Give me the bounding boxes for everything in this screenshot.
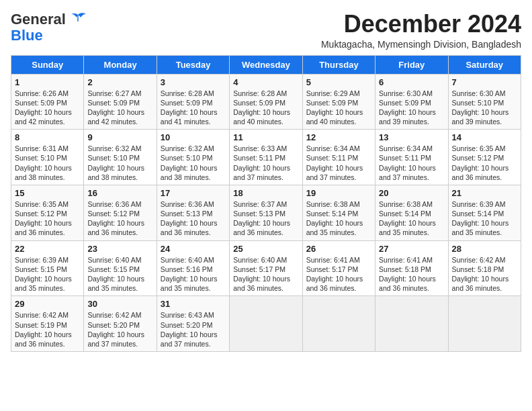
calendar-cell: 5 Sunrise: 6:29 AMSunset: 5:09 PMDayligh… (302, 74, 375, 130)
day-number: 28 (452, 244, 517, 254)
col-wednesday: Wednesday (230, 55, 302, 74)
day-detail: Sunrise: 6:28 AMSunset: 5:09 PMDaylight:… (161, 89, 226, 127)
calendar-cell: 4 Sunrise: 6:28 AMSunset: 5:09 PMDayligh… (230, 74, 302, 130)
calendar-cell: 26 Sunrise: 6:41 AMSunset: 5:17 PMDaylig… (302, 240, 375, 296)
day-detail: Sunrise: 6:30 AMSunset: 5:10 PMDaylight:… (452, 89, 517, 127)
day-number: 8 (15, 132, 80, 142)
calendar-cell: 2 Sunrise: 6:27 AMSunset: 5:09 PMDayligh… (84, 74, 157, 130)
day-number: 2 (87, 77, 152, 87)
day-number: 25 (233, 244, 298, 254)
calendar-cell: 18 Sunrise: 6:37 AMSunset: 5:13 PMDaylig… (230, 185, 302, 240)
logo-bird-icon (69, 12, 87, 27)
calendar-cell (375, 296, 448, 352)
calendar-cell: 30 Sunrise: 6:42 AMSunset: 5:20 PMDaylig… (84, 296, 157, 352)
day-number: 17 (161, 188, 226, 198)
day-number: 23 (87, 244, 152, 254)
day-detail: Sunrise: 6:27 AMSunset: 5:09 PMDaylight:… (87, 89, 152, 127)
day-number: 10 (161, 132, 226, 142)
logo-general-text: General (11, 11, 66, 28)
col-sunday: Sunday (11, 55, 84, 74)
day-detail: Sunrise: 6:36 AMSunset: 5:13 PMDaylight:… (161, 199, 226, 238)
day-detail: Sunrise: 6:34 AMSunset: 5:11 PMDaylight:… (306, 144, 371, 182)
calendar-cell: 21 Sunrise: 6:39 AMSunset: 5:14 PMDaylig… (448, 185, 521, 240)
day-detail: Sunrise: 6:42 AMSunset: 5:20 PMDaylight:… (87, 310, 152, 349)
calendar-week-row: 1 Sunrise: 6:26 AMSunset: 5:09 PMDayligh… (11, 74, 521, 130)
calendar-week-row: 8 Sunrise: 6:31 AMSunset: 5:10 PMDayligh… (11, 130, 521, 185)
day-number: 22 (15, 244, 80, 254)
day-detail: Sunrise: 6:41 AMSunset: 5:17 PMDaylight:… (306, 255, 371, 293)
calendar-cell: 24 Sunrise: 6:40 AMSunset: 5:16 PMDaylig… (157, 240, 229, 296)
day-number: 26 (306, 244, 371, 254)
day-detail: Sunrise: 6:29 AMSunset: 5:09 PMDaylight:… (306, 89, 371, 127)
calendar-cell: 8 Sunrise: 6:31 AMSunset: 5:10 PMDayligh… (11, 130, 84, 185)
day-detail: Sunrise: 6:35 AMSunset: 5:12 PMDaylight:… (452, 144, 517, 182)
day-detail: Sunrise: 6:32 AMSunset: 5:10 PMDaylight:… (161, 144, 226, 182)
day-number: 24 (161, 244, 226, 254)
day-number: 15 (15, 188, 80, 198)
col-tuesday: Tuesday (157, 55, 229, 74)
day-number: 14 (452, 132, 517, 142)
day-detail: Sunrise: 6:39 AMSunset: 5:14 PMDaylight:… (452, 199, 517, 238)
day-number: 30 (87, 299, 152, 309)
day-number: 12 (306, 132, 371, 142)
day-detail: Sunrise: 6:42 AMSunset: 5:19 PMDaylight:… (15, 310, 80, 349)
calendar-cell (230, 296, 302, 352)
calendar-cell: 13 Sunrise: 6:34 AMSunset: 5:11 PMDaylig… (375, 130, 448, 185)
logo-blue-text: Blue (11, 27, 43, 44)
day-number: 21 (452, 188, 517, 198)
title-area: December 2024 Muktagacha, Mymensingh Div… (321, 11, 521, 50)
calendar-cell: 10 Sunrise: 6:32 AMSunset: 5:10 PMDaylig… (157, 130, 229, 185)
day-detail: Sunrise: 6:36 AMSunset: 5:12 PMDaylight:… (87, 199, 152, 238)
day-detail: Sunrise: 6:40 AMSunset: 5:15 PMDaylight:… (87, 255, 152, 293)
calendar-cell: 27 Sunrise: 6:41 AMSunset: 5:18 PMDaylig… (375, 240, 448, 296)
calendar-cell: 16 Sunrise: 6:36 AMSunset: 5:12 PMDaylig… (84, 185, 157, 240)
calendar-cell: 17 Sunrise: 6:36 AMSunset: 5:13 PMDaylig… (157, 185, 229, 240)
calendar-cell: 12 Sunrise: 6:34 AMSunset: 5:11 PMDaylig… (302, 130, 375, 185)
col-friday: Friday (375, 55, 448, 74)
day-detail: Sunrise: 6:38 AMSunset: 5:14 PMDaylight:… (379, 199, 444, 238)
day-detail: Sunrise: 6:40 AMSunset: 5:16 PMDaylight:… (161, 255, 226, 293)
calendar-cell: 28 Sunrise: 6:42 AMSunset: 5:18 PMDaylig… (448, 240, 521, 296)
page-header: General Blue December 2024 Muktagacha, M… (11, 11, 521, 50)
day-number: 7 (452, 77, 517, 87)
calendar-body: 1 Sunrise: 6:26 AMSunset: 5:09 PMDayligh… (11, 74, 521, 351)
day-detail: Sunrise: 6:33 AMSunset: 5:11 PMDaylight:… (233, 144, 298, 182)
day-detail: Sunrise: 6:43 AMSunset: 5:20 PMDaylight:… (161, 310, 226, 349)
day-number: 13 (379, 132, 444, 142)
calendar-cell: 7 Sunrise: 6:30 AMSunset: 5:10 PMDayligh… (448, 74, 521, 130)
day-detail: Sunrise: 6:30 AMSunset: 5:09 PMDaylight:… (379, 89, 444, 127)
day-number: 31 (161, 299, 226, 309)
calendar-week-row: 29 Sunrise: 6:42 AMSunset: 5:19 PMDaylig… (11, 296, 521, 352)
calendar-cell: 3 Sunrise: 6:28 AMSunset: 5:09 PMDayligh… (157, 74, 229, 130)
day-number: 11 (233, 132, 298, 142)
day-number: 29 (15, 299, 80, 309)
calendar-cell: 23 Sunrise: 6:40 AMSunset: 5:15 PMDaylig… (84, 240, 157, 296)
logo: General Blue (11, 11, 87, 44)
calendar-header-row: Sunday Monday Tuesday Wednesday Thursday… (11, 55, 521, 74)
col-thursday: Thursday (302, 55, 375, 74)
calendar-cell: 25 Sunrise: 6:40 AMSunset: 5:17 PMDaylig… (230, 240, 302, 296)
day-detail: Sunrise: 6:39 AMSunset: 5:15 PMDaylight:… (15, 255, 80, 293)
col-monday: Monday (84, 55, 157, 74)
calendar-cell: 9 Sunrise: 6:32 AMSunset: 5:10 PMDayligh… (84, 130, 157, 185)
calendar-cell: 1 Sunrise: 6:26 AMSunset: 5:09 PMDayligh… (11, 74, 84, 130)
day-number: 1 (15, 77, 80, 87)
day-detail: Sunrise: 6:38 AMSunset: 5:14 PMDaylight:… (306, 199, 371, 238)
calendar-table: Sunday Monday Tuesday Wednesday Thursday… (11, 55, 521, 352)
calendar-cell: 11 Sunrise: 6:33 AMSunset: 5:11 PMDaylig… (230, 130, 302, 185)
day-number: 9 (87, 132, 152, 142)
day-detail: Sunrise: 6:32 AMSunset: 5:10 PMDaylight:… (87, 144, 152, 182)
calendar-cell: 15 Sunrise: 6:35 AMSunset: 5:12 PMDaylig… (11, 185, 84, 240)
day-detail: Sunrise: 6:34 AMSunset: 5:11 PMDaylight:… (379, 144, 444, 182)
calendar-cell: 22 Sunrise: 6:39 AMSunset: 5:15 PMDaylig… (11, 240, 84, 296)
calendar-week-row: 22 Sunrise: 6:39 AMSunset: 5:15 PMDaylig… (11, 240, 521, 296)
day-detail: Sunrise: 6:41 AMSunset: 5:18 PMDaylight:… (379, 255, 444, 293)
calendar-cell: 29 Sunrise: 6:42 AMSunset: 5:19 PMDaylig… (11, 296, 84, 352)
calendar-cell: 6 Sunrise: 6:30 AMSunset: 5:09 PMDayligh… (375, 74, 448, 130)
day-number: 6 (379, 77, 444, 87)
day-detail: Sunrise: 6:35 AMSunset: 5:12 PMDaylight:… (15, 199, 80, 238)
calendar-cell: 20 Sunrise: 6:38 AMSunset: 5:14 PMDaylig… (375, 185, 448, 240)
calendar-cell (302, 296, 375, 352)
day-detail: Sunrise: 6:31 AMSunset: 5:10 PMDaylight:… (15, 144, 80, 182)
day-number: 3 (161, 77, 226, 87)
